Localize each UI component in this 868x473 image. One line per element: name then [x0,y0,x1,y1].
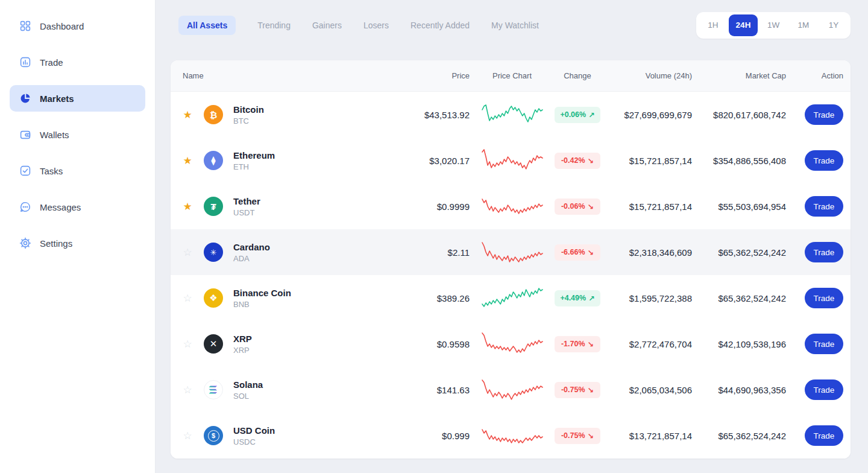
change-cell: -1.70%↘ [555,336,600,352]
messages-icon [19,201,31,213]
col-action: Action [786,71,843,80]
col-change: Change [555,71,600,80]
trade-button[interactable]: Trade [805,288,843,308]
sparkline-chart [482,101,542,128]
trend-down-icon: ↘ [588,340,594,349]
trade-button[interactable]: Trade [805,379,843,400]
wallet-icon [19,129,31,141]
sidebar-item-label: Markets [40,94,74,104]
sparkline-chart [482,193,542,220]
usd-coin-icon: $ [204,426,223,445]
col-volume: Volume (24h) [600,71,692,80]
tab-losers[interactable]: Losers [363,16,389,35]
coin-symbol: BTC [233,116,379,125]
sparkline-chart [482,376,542,403]
favorite-star-icon[interactable]: ☆ [178,384,197,396]
trade-button[interactable]: Trade [805,242,843,262]
timeframe-1h[interactable]: 1H [699,14,728,36]
coin-name: XRP [233,334,379,344]
price-chart-cell [470,147,555,174]
volume-cell: $2,065,034,506 [600,385,692,395]
table-row-solana: ☆ Solana SOL $141.63 -0.75%↘ $2,065,034,… [171,367,851,413]
coin-name: Cardano [233,242,379,252]
trend-up-icon: ↗ [588,110,594,119]
timeframe-1w[interactable]: 1W [759,14,788,36]
trade-button[interactable]: Trade [805,334,843,354]
table-row-bitcoin: ★ ₿ Bitcoin BTC $43,513.92 +0.06%↗ $27,6… [171,92,851,138]
change-cell: -6.66%↘ [555,244,600,261]
asset-tabs: All Assets Trending Gainers Losers Recen… [178,16,539,35]
sidebar-item-label: Messages [40,202,81,212]
coin-cell: Ethereum ETH [233,150,379,171]
volume-cell: $15,721,857,14 [600,156,692,166]
price-chart-cell [470,239,555,265]
table-row-ethereum: ★ ⧫ Ethereum ETH $3,020.17 -0.42%↘ $15,7… [171,138,851,183]
coin-name: USD Coin [233,425,379,436]
favorite-star-icon[interactable]: ☆ [178,246,197,259]
favorite-star-icon[interactable]: ☆ [178,338,197,351]
tab-recently-added[interactable]: Recently Added [410,16,470,35]
timeframe-1m[interactable]: 1M [789,14,818,36]
volume-cell: $1,595,722,388 [600,293,692,303]
favorite-star-icon[interactable]: ★ [178,109,197,121]
sidebar-item-trade[interactable]: Trade [10,49,145,75]
tab-gainers[interactable]: Gainers [312,16,342,35]
sidebar-item-dashboard[interactable]: Dashboard [10,13,145,39]
coin-symbol: BNB [233,300,379,309]
change-cell: -0.75%↘ [555,428,600,444]
tab-my-watchlist[interactable]: My Watchlist [491,16,539,35]
trade-button[interactable]: Trade [805,104,843,125]
timeframe-1y[interactable]: 1Y [819,14,848,36]
ethereum-icon: ⧫ [204,151,223,170]
change-badge: -0.06%↘ [555,198,600,215]
trade-button[interactable]: Trade [805,196,843,217]
market-cap-cell: $820,617,608,742 [692,110,786,120]
coin-name: Tether [233,196,379,206]
sparkline-chart [482,331,542,357]
market-cap-cell: $65,362,524,242 [692,431,786,441]
trend-down-icon: ↘ [588,202,594,211]
sidebar-item-label: Dashboard [40,21,84,31]
market-cap-cell: $354,886,556,408 [692,156,786,166]
sidebar-item-tasks[interactable]: Tasks [10,157,145,184]
coin-cell: XRP XRP [233,334,379,355]
favorite-star-icon[interactable]: ★ [178,154,197,167]
sidebar-item-markets[interactable]: Markets [10,85,145,112]
sidebar-item-label: Trade [40,57,63,68]
coin-cell: Bitcoin BTC [233,104,379,125]
markets-table: Name Price Price Chart Change Volume (24… [171,60,851,459]
favorite-star-icon[interactable]: ★ [178,200,197,213]
table-header: Name Price Price Chart Change Volume (24… [171,60,851,92]
col-name: Name [178,71,379,80]
sidebar-item-wallets[interactable]: Wallets [10,121,145,148]
price-chart-cell [470,193,555,220]
coin-name: Ethereum [233,150,379,160]
price-chart-cell [470,376,555,403]
trade-button[interactable]: Trade [805,425,843,446]
change-badge: +4.49%↗ [555,290,600,306]
coin-cell: Tether USDT [233,196,379,217]
sparkline-chart [482,422,542,449]
sidebar-item-messages[interactable]: Messages [10,194,145,220]
grid-icon [19,20,31,32]
col-chart: Price Chart [470,71,555,80]
cardano-icon: ✳ [204,243,223,262]
favorite-star-icon[interactable]: ☆ [178,292,197,305]
price-cell: $0.9598 [379,339,470,349]
trade-chart-icon [19,56,31,68]
trend-up-icon: ↗ [588,294,594,303]
sidebar-item-settings[interactable]: Settings [10,230,145,256]
change-badge: -0.42%↘ [555,153,600,169]
favorite-star-icon[interactable]: ☆ [178,430,197,442]
sidebar-item-label: Wallets [40,130,69,140]
tab-all-assets[interactable]: All Assets [178,16,236,35]
sidebar-item-label: Tasks [40,166,63,176]
timeframe-24h[interactable]: 24H [729,14,758,36]
coin-cell: Binance Coin BNB [233,288,379,309]
table-row-tether: ★ ₮ Tether USDT $0.9999 -0.06%↘ $15,721,… [171,183,851,229]
market-cap-cell: $65,362,524,242 [692,293,786,303]
trade-button[interactable]: Trade [805,150,843,171]
tab-trending[interactable]: Trending [257,16,291,35]
coin-cell: Solana SOL [233,379,379,401]
price-cell: $141.63 [379,385,470,395]
